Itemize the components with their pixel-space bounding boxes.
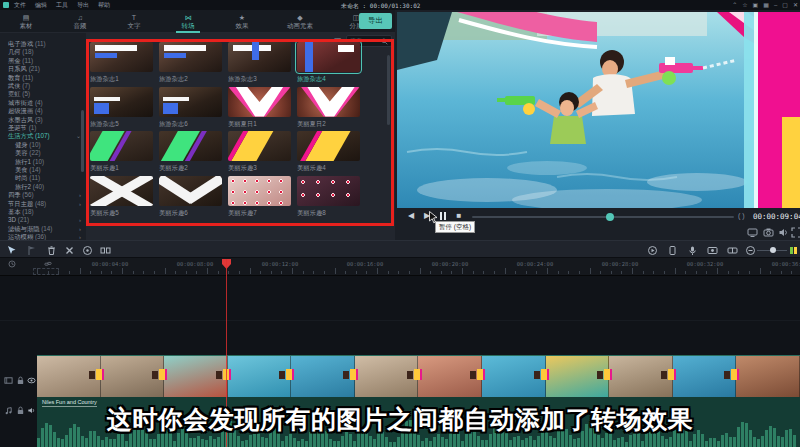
tab-audio[interactable]: ♫音频	[56, 11, 104, 33]
eye-icon[interactable]	[27, 376, 36, 385]
marker-flag-icon[interactable]	[26, 245, 37, 256]
sidebar-item-18[interactable]: 四季 (56)›	[0, 191, 86, 199]
split-tool-icon[interactable]	[100, 245, 111, 256]
display-device-icon[interactable]	[747, 227, 758, 238]
sidebar-item-12[interactable]: 健身 (10)	[0, 141, 86, 149]
sidebar-item-23[interactable]: 运动模糊 (36)›	[0, 233, 86, 240]
sidebar-item-5[interactable]: 武侠 (7)	[0, 82, 86, 90]
save-icon[interactable]: ▣	[753, 0, 759, 10]
transition-applied-icon[interactable]	[223, 369, 231, 380]
timer-icon[interactable]	[8, 260, 16, 268]
crop-tool-icon[interactable]	[82, 245, 93, 256]
transition-item[interactable]: 美丽乐趣5	[90, 176, 154, 218]
sidebar-item-6[interactable]: 霓虹 (5)	[0, 90, 86, 98]
layout-icon[interactable]: ▦	[763, 0, 769, 10]
sidebar-item-2[interactable]: 黑金 (11)	[0, 57, 86, 65]
transition-item[interactable]: 美丽夏日1	[228, 87, 292, 129]
transition-applied-icon[interactable]	[668, 369, 676, 380]
share-icon[interactable]: ⌃	[732, 0, 737, 10]
tab-elements[interactable]: ◆动画元素	[276, 11, 324, 33]
pointer-tool-icon[interactable]	[6, 245, 17, 256]
volume-icon[interactable]	[778, 227, 789, 238]
transition-applied-icon[interactable]	[477, 369, 485, 380]
preview-video[interactable]	[397, 12, 800, 208]
transition-applied-icon[interactable]	[731, 369, 739, 380]
transition-item[interactable]: 旅游杂志4	[297, 42, 361, 84]
lock-icon[interactable]	[16, 376, 25, 385]
render-preview-icon[interactable]	[647, 245, 658, 256]
transition-applied-icon[interactable]	[159, 369, 167, 380]
close-button[interactable]: ✕	[793, 0, 798, 10]
sidebar-item-4[interactable]: 教育 (11)	[0, 74, 86, 82]
transition-item[interactable]: 美丽乐趣1	[90, 131, 154, 173]
mute-speaker-icon[interactable]	[27, 406, 36, 415]
screen-record-icon[interactable]	[707, 245, 718, 256]
sidebar-item-11[interactable]: 生活方式 (107)⌄	[0, 132, 86, 140]
attach-link-icon[interactable]	[44, 260, 52, 268]
library-scrollbar[interactable]	[387, 55, 390, 125]
transition-item[interactable]: 美丽夏日2	[297, 87, 361, 129]
tab-media[interactable]: ▤素材	[2, 11, 50, 33]
prev-frame-button[interactable]: ◀	[403, 208, 419, 224]
transition-item[interactable]: 旅游杂志3	[228, 42, 292, 84]
mark-range-icon[interactable]	[727, 245, 738, 256]
sidebar-item-19[interactable]: 节日主题 (48)›	[0, 200, 86, 208]
zoom-out-icon[interactable]	[745, 245, 756, 256]
mark-in-out-icons[interactable]: ( )	[738, 212, 745, 219]
export-button[interactable]: 导出	[359, 13, 392, 29]
remove-x-icon[interactable]	[64, 245, 75, 256]
sidebar-item-10[interactable]: 圣诞节 (1)	[0, 124, 86, 132]
zoom-fit-icon[interactable]	[789, 245, 798, 256]
timeline-ruler[interactable]: 00:00:04:0000:00:08:0000:00:12:0000:00:1…	[0, 258, 800, 276]
sidebar-item-9[interactable]: 水墨古风 (3)	[0, 116, 86, 124]
sidebar-item-1[interactable]: 几何 (18)	[0, 48, 86, 56]
transition-applied-icon[interactable]	[541, 369, 549, 380]
sidebar-item-22[interactable]: 滤镜与渐隐 (14)›	[0, 225, 86, 233]
transition-applied-icon[interactable]	[350, 369, 358, 380]
maximize-button[interactable]: ▢	[782, 0, 788, 10]
transition-applied-icon[interactable]	[414, 369, 422, 380]
transition-item[interactable]: 美丽乐趣6	[159, 176, 223, 218]
sidebar-item-16[interactable]: 时尚 (11)	[0, 174, 86, 182]
timeline-zoom-handle[interactable]	[770, 247, 776, 253]
tab-transition[interactable]: ⋈转场	[164, 11, 212, 33]
minimize-button[interactable]: –	[774, 0, 777, 10]
sidebar-item-13[interactable]: 美容 (22)	[0, 149, 86, 157]
transition-applied-icon[interactable]	[286, 369, 294, 380]
sidebar-item-8[interactable]: 超级漫画 (4)	[0, 107, 86, 115]
fullscreen-icon[interactable]	[791, 227, 800, 238]
menubar-item-3[interactable]: 导出	[77, 2, 89, 8]
sidebar-item-15[interactable]: 美食 (14)	[0, 166, 86, 174]
menubar-item-1[interactable]: 编辑	[35, 2, 47, 8]
transition-item[interactable]: 旅游杂志1	[90, 42, 154, 84]
playback-slider[interactable]	[472, 216, 734, 218]
sidebar-item-17[interactable]: 旅行2 (40)	[0, 183, 86, 191]
menubar-item-4[interactable]: 帮助	[98, 2, 110, 8]
sidebar-item-0[interactable]: 电子游戏 (11)	[0, 40, 86, 48]
transition-item[interactable]: 美丽乐趣4	[297, 131, 361, 173]
transition-item[interactable]: 美丽乐趣3	[228, 131, 292, 173]
lock-icon[interactable]	[16, 406, 25, 415]
transition-applied-icon[interactable]	[604, 369, 612, 380]
snapshot-camera-icon[interactable]	[763, 227, 774, 238]
delete-trash-icon[interactable]	[46, 245, 57, 256]
sidebar-scrollbar[interactable]	[81, 110, 84, 172]
transition-item[interactable]: 美丽乐趣8	[297, 176, 361, 218]
transition-item[interactable]: 美丽乐趣2	[159, 131, 223, 173]
sidebar-item-7[interactable]: 城市街道 (4)	[0, 99, 86, 107]
timeline-zoom-slider[interactable]	[757, 250, 787, 252]
sidebar-item-3[interactable]: 日系风 (21)	[0, 65, 86, 73]
transition-item[interactable]: 美丽乐趣7	[228, 176, 292, 218]
menubar-item-2[interactable]: 工具	[56, 2, 68, 8]
tab-text[interactable]: T文字	[110, 11, 158, 33]
transition-item[interactable]: 旅游杂志5	[90, 87, 154, 129]
transition-item[interactable]: 旅游杂志6	[159, 87, 223, 129]
star-icon[interactable]: ☆	[742, 0, 747, 10]
sidebar-item-14[interactable]: 旅行1 (10)	[0, 158, 86, 166]
mic-record-icon[interactable]	[687, 245, 698, 256]
sidebar-item-21[interactable]: 3D (21)›	[0, 216, 86, 224]
sidebar-item-20[interactable]: 基本 (18)	[0, 208, 86, 216]
tab-effects[interactable]: ★效果	[218, 11, 266, 33]
playback-slider-handle[interactable]	[606, 213, 614, 221]
device-icon[interactable]	[667, 245, 678, 256]
